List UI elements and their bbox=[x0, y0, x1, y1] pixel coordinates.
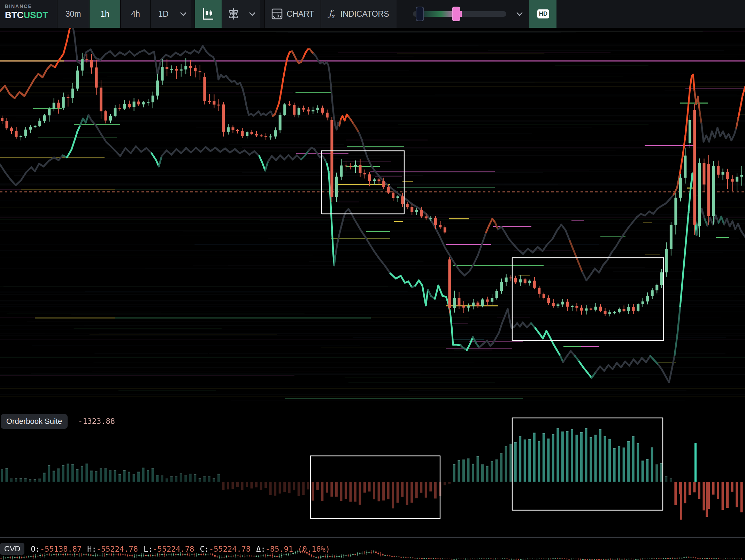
timeframe-1d-button[interactable]: 1D bbox=[150, 0, 176, 28]
chevron-down-icon bbox=[249, 12, 256, 16]
cvd-low-field: L:-55224.78 bbox=[144, 545, 194, 553]
exchange-name: BINANCE bbox=[5, 3, 57, 9]
orderbook-suite-value: -1323.88 bbox=[78, 414, 115, 429]
slider-handle-high[interactable] bbox=[452, 7, 460, 21]
cvd-delta-field: Δ:-85.91 (0.16%) bbox=[256, 545, 330, 553]
symbol-base: BTC bbox=[5, 10, 23, 20]
slider-dropdown-chevron[interactable] bbox=[512, 0, 527, 28]
main-chart-canvas[interactable] bbox=[0, 28, 745, 560]
candlestick-chart-type-button[interactable] bbox=[194, 0, 222, 28]
cvd-indicator-row: CVD O:-55138.87 H:-55224.78 L:-55224.78 … bbox=[0, 543, 336, 555]
symbol-block[interactable]: BINANCE BTCUSDT bbox=[0, 0, 57, 28]
fx-icon: ƒx bbox=[329, 8, 335, 20]
timeframe-30m-button[interactable]: 30m bbox=[57, 0, 89, 28]
slider-handle-low[interactable] bbox=[416, 7, 424, 21]
chart-type-dropdown-chevron[interactable] bbox=[245, 0, 260, 28]
chart-grid-icon bbox=[271, 8, 283, 20]
orderbook-suite-indicator-label[interactable]: Orderbook Suite bbox=[1, 414, 68, 429]
symbol-pair: BTCUSDT bbox=[5, 10, 57, 21]
chart-button-label: CHART bbox=[287, 9, 314, 19]
trading-terminal: BINANCE BTCUSDT 30m 1h 4h 1D bbox=[0, 0, 745, 560]
timeframe-dropdown-chevron[interactable] bbox=[176, 0, 191, 28]
indicators-button-label: INDICATORS bbox=[340, 9, 389, 19]
heatmap-intensity-slider bbox=[413, 0, 506, 28]
cvd-open-field: O:-55138.87 bbox=[31, 545, 82, 553]
toolbar: BINANCE BTCUSDT 30m 1h 4h 1D bbox=[0, 0, 745, 28]
footprint-cluster-icon bbox=[227, 8, 240, 20]
candlestick-icon bbox=[202, 8, 214, 20]
cvd-indicator-label[interactable]: CVD bbox=[0, 543, 24, 555]
chevron-down-icon bbox=[516, 12, 523, 16]
indicators-button[interactable]: ƒx INDICATORS bbox=[321, 0, 397, 28]
timeframe-4h-button[interactable]: 4h bbox=[120, 0, 150, 28]
hd-badge: HD bbox=[537, 9, 549, 18]
timeframe-1h-button[interactable]: 1h bbox=[89, 0, 120, 28]
hd-quality-toggle[interactable]: HD bbox=[529, 0, 556, 28]
symbol-quote: USDT bbox=[23, 10, 48, 20]
cvd-high-field: H:-55224.78 bbox=[87, 545, 138, 553]
cvd-close-field: C:-55224.78 bbox=[200, 545, 251, 553]
chevron-down-icon bbox=[180, 12, 187, 16]
chart-settings-button[interactable]: CHART bbox=[264, 0, 321, 28]
footprint-chart-type-button[interactable] bbox=[222, 0, 245, 28]
